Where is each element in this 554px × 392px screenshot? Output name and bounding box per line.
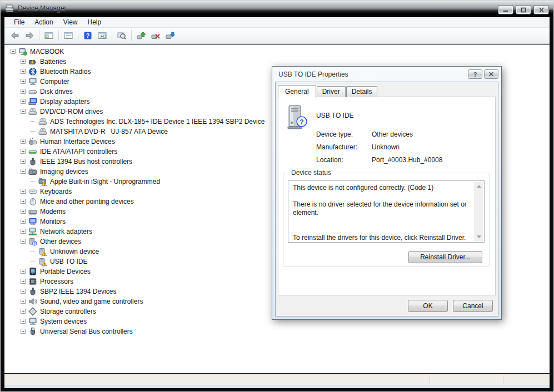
computer-icon <box>28 77 38 86</box>
scan-hardware-changes-icon[interactable] <box>163 29 177 42</box>
scan-icon[interactable] <box>114 29 129 42</box>
window-title: Device Manager <box>18 4 66 13</box>
tree-item-label: Computer <box>40 77 69 87</box>
expand-icon[interactable] <box>21 159 26 164</box>
back-icon[interactable] <box>8 29 22 42</box>
tree-item-label: Unknown device <box>50 247 99 257</box>
update-driver-icon[interactable] <box>134 29 148 42</box>
tree-item-label: Keyboards <box>40 187 72 197</box>
tab-driver[interactable]: Driver <box>317 86 346 97</box>
svg-text:?: ? <box>33 242 36 245</box>
field-label: Location: <box>316 156 372 169</box>
tree-item-label: Storage controllers <box>40 306 96 316</box>
expand-icon[interactable] <box>21 69 26 74</box>
device-fields: Device type:Other devicesManufacturer:Un… <box>316 130 442 169</box>
expand-icon[interactable] <box>21 329 26 334</box>
firewire-icon <box>28 157 38 166</box>
expand-icon[interactable] <box>21 189 26 194</box>
expand-icon[interactable] <box>21 209 26 214</box>
close-button[interactable] <box>533 5 549 14</box>
title-bar: Device Manager <box>1 1 553 17</box>
dialog-help-button[interactable]: ? <box>468 69 482 79</box>
expand-icon[interactable] <box>21 279 26 284</box>
tree-connector <box>30 121 36 122</box>
device-status-box: This device is not configured correctly.… <box>288 180 485 243</box>
processor-icon <box>28 277 38 286</box>
tree-item-label: Processors <box>40 277 73 287</box>
disk-drive-icon <box>28 87 38 96</box>
expand-icon[interactable] <box>21 229 26 234</box>
help-icon[interactable]: ? <box>81 29 95 42</box>
tab-general[interactable]: General <box>278 85 316 98</box>
restore-button[interactable] <box>516 5 531 14</box>
expand-icon[interactable] <box>21 79 26 84</box>
reinstall-driver-button[interactable]: Reinstall Driver... <box>408 251 482 263</box>
expand-icon[interactable] <box>21 199 26 204</box>
collapse-icon[interactable] <box>11 49 16 54</box>
expand-icon[interactable] <box>21 149 26 154</box>
imaging-device-warning-icon <box>38 177 48 186</box>
tree-item-label: MACBOOK <box>30 47 64 57</box>
keyboard-icon <box>28 187 38 196</box>
tree-item-label: IEEE 1394 Bus host controllers <box>40 157 132 167</box>
tree-item-label: DVD/CD-ROM drives <box>40 107 103 117</box>
field-value: Other devices <box>372 130 413 143</box>
expand-icon[interactable] <box>21 289 26 294</box>
scroll-down-icon[interactable] <box>474 232 483 242</box>
collapse-icon[interactable] <box>21 239 26 244</box>
tab-details[interactable]: Details <box>346 86 378 97</box>
expand-icon[interactable] <box>21 299 26 304</box>
device-field-row: Manufacturer:Unknown <box>316 143 442 156</box>
expand-icon[interactable] <box>21 99 26 104</box>
tree-item-label: Imaging devices <box>40 167 88 177</box>
tree-item-label: ADS Technologies Inc. DLX-185+ IDE Devic… <box>50 117 264 127</box>
tree-item[interactable]: Universal Serial Bus controllers <box>4 326 550 336</box>
status-scrollbar[interactable] <box>474 182 483 242</box>
minimize-button[interactable] <box>498 5 513 14</box>
workstation-icon <box>18 47 28 56</box>
menu-view[interactable]: View <box>58 17 83 27</box>
bluetooth-icon <box>28 67 38 76</box>
expand-icon[interactable] <box>21 219 26 224</box>
tree-item[interactable]: MACBOOK <box>4 47 550 57</box>
tree-connector <box>30 131 36 132</box>
expand-icon[interactable] <box>21 269 26 274</box>
tree-item[interactable]: Batteries <box>4 57 550 67</box>
menu-help[interactable]: Help <box>83 17 107 27</box>
dialog-body: GeneralDriverDetails ? USB TO IDE Device… <box>275 82 498 316</box>
menu-action[interactable]: Action <box>29 17 58 27</box>
mouse-icon <box>28 197 38 206</box>
scroll-up-icon[interactable] <box>474 182 483 191</box>
ok-button[interactable]: OK <box>408 300 448 312</box>
usb-controller-icon <box>28 327 38 336</box>
menu-file[interactable]: File <box>9 17 29 27</box>
tree-item-label: IDE ATA/ATAPI controllers <box>40 147 117 157</box>
uninstall-icon[interactable] <box>148 29 163 42</box>
collapse-icon[interactable] <box>21 169 26 174</box>
tree-item-label: Bluetooth Radios <box>40 67 91 77</box>
expand-icon[interactable] <box>21 89 26 94</box>
window-bottom-strip <box>4 385 550 388</box>
unknown-device-icon <box>38 257 48 266</box>
expand-icon[interactable] <box>21 319 26 324</box>
expand-icon[interactable] <box>21 139 26 144</box>
tree-item-label: MATSHITA DVD-R UJ-857 ATA Device <box>50 127 168 137</box>
tree-item-label: Disk drives <box>40 87 73 97</box>
dialog-close-button[interactable] <box>484 69 498 79</box>
properties-icon[interactable] <box>61 29 76 42</box>
tree-item-label: SBP2 IEEE 1394 Devices <box>40 287 116 296</box>
cancel-button[interactable]: Cancel <box>453 300 493 312</box>
action-pane-icon[interactable] <box>95 29 109 42</box>
show-console-tree-icon[interactable] <box>42 29 56 42</box>
ide-controller-icon <box>28 147 38 156</box>
expand-icon[interactable] <box>21 309 26 314</box>
tree-item-label: Sound, video and game controllers <box>40 296 143 306</box>
field-value: Unknown <box>372 143 400 156</box>
expand-icon[interactable] <box>21 59 26 64</box>
portable-device-icon <box>28 267 38 276</box>
tree-item-label: Universal Serial Bus controllers <box>40 326 133 336</box>
forward-icon[interactable] <box>22 29 37 42</box>
status-bar <box>4 374 550 385</box>
tree-item-label: Modems <box>40 207 66 217</box>
collapse-icon[interactable] <box>21 109 26 114</box>
